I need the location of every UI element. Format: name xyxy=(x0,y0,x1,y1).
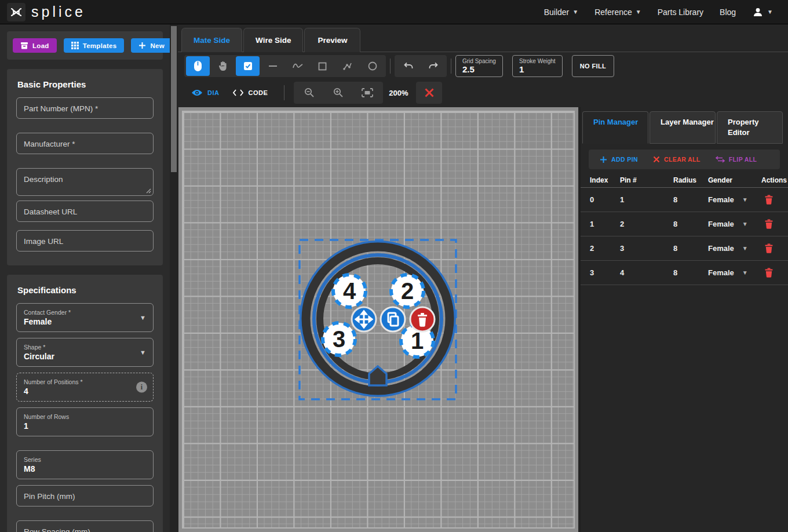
code-toggle-button[interactable]: CODE xyxy=(226,83,275,103)
clear-all-button[interactable]: CLEAR ALL xyxy=(647,150,707,169)
delete-selection-button[interactable] xyxy=(410,307,435,331)
divider xyxy=(284,85,284,100)
pin-3[interactable]: 3 xyxy=(323,323,355,355)
no-fill-button[interactable]: NO FILL xyxy=(572,55,615,77)
draw-toolbar: Grid Spacing 2.5 Stroke Weight 1 NO FILL xyxy=(178,53,788,79)
grid-spacing-input[interactable]: Grid Spacing 2.5 xyxy=(455,55,503,77)
dia-toggle-button[interactable]: DIA xyxy=(184,83,226,103)
polyline-tool-button[interactable] xyxy=(335,56,359,76)
info-icon[interactable]: i xyxy=(136,382,147,393)
code-icon xyxy=(233,89,243,96)
new-button[interactable]: New xyxy=(131,38,170,53)
ellipse-tool-button[interactable] xyxy=(360,56,384,76)
rectangle-tool-button[interactable] xyxy=(311,56,334,76)
tab-layer-manager[interactable]: Layer Manager xyxy=(650,111,716,144)
delete-pin-button[interactable] xyxy=(765,219,788,229)
chevron-down-icon: ▼ xyxy=(140,314,146,321)
num-rows-field[interactable]: Number of Rows 1 xyxy=(16,407,154,436)
pin-gender-select[interactable]: Female ▼ xyxy=(708,268,758,277)
series-field[interactable]: Series M8 xyxy=(16,450,154,479)
panel-tabbar: Pin Manager Layer Manager Property Edito… xyxy=(581,107,788,144)
sidebar-scrollbar[interactable] xyxy=(170,24,178,532)
zoom-fit-button[interactable] xyxy=(353,83,381,103)
pin-index-cell: 0 xyxy=(590,195,620,204)
move-selection-button[interactable] xyxy=(352,307,376,331)
resize-handle-icon[interactable] xyxy=(146,188,151,194)
flip-all-button[interactable]: FLIP ALL xyxy=(709,150,764,169)
tab-wire-side[interactable]: Wire Side xyxy=(243,28,303,52)
nav-reference[interactable]: Reference▼ xyxy=(594,8,641,17)
view-tabbar: Mate Side Wire Side Preview xyxy=(178,24,788,52)
specifications-card: Specifications Contact Gender * Female ▼… xyxy=(7,275,163,532)
multi-select-tool-button[interactable] xyxy=(236,56,260,76)
pin-table-row[interactable]: 2 3 8 Female ▼ xyxy=(581,236,788,261)
pin-table-row[interactable]: 0 1 8 Female ▼ xyxy=(581,188,788,212)
row-spacing-field[interactable]: Row Spacing (mm) xyxy=(16,520,154,532)
tab-property-editor[interactable]: Property Editor xyxy=(717,111,783,144)
delete-pin-button[interactable] xyxy=(765,268,788,278)
nav-blog[interactable]: Blog xyxy=(720,8,736,17)
brand[interactable]: splice xyxy=(0,3,86,21)
properties-sidebar: Load Templates New Basic Properties Part… xyxy=(0,24,170,532)
pin-4[interactable]: 4 xyxy=(333,275,366,307)
pin-index-cell: 3 xyxy=(590,268,620,277)
image-url-field[interactable]: Image URL xyxy=(16,230,154,252)
plus-icon xyxy=(138,42,146,49)
datasheet-url-field[interactable]: Datasheet URL xyxy=(16,201,154,222)
zoom-level-value: 200% xyxy=(389,89,408,97)
zoom-group xyxy=(294,82,383,104)
zoom-in-button[interactable] xyxy=(324,83,352,103)
zoom-out-button[interactable] xyxy=(296,83,323,103)
pin-pitch-field[interactable]: Pin Pitch (mm) xyxy=(16,485,154,507)
nav-parts-library[interactable]: Parts Library xyxy=(658,8,703,17)
pin-table-row[interactable]: 3 4 8 Female ▼ xyxy=(581,261,788,285)
pin-number-cell: 2 xyxy=(620,220,673,228)
view-toolbar: DIA CODE xyxy=(178,80,788,105)
select-tool-button[interactable] xyxy=(186,56,210,76)
part-number-field[interactable]: Part Number (MPN) * xyxy=(16,97,154,119)
nav-builder[interactable]: Builder▼ xyxy=(544,8,579,17)
divider xyxy=(390,59,391,74)
line-tool-button[interactable] xyxy=(261,56,284,76)
pin-index-cell: 1 xyxy=(590,220,620,228)
pin-radius-cell: 8 xyxy=(673,220,708,228)
mouse-icon xyxy=(194,60,202,72)
manufacturer-field[interactable]: Manufacturer * xyxy=(16,133,154,154)
freehand-tool-button[interactable] xyxy=(286,56,309,76)
user-icon xyxy=(752,6,764,18)
pin-2[interactable]: 2 xyxy=(391,275,424,307)
delete-pin-button[interactable] xyxy=(765,243,788,253)
delete-pin-button[interactable] xyxy=(765,195,788,205)
svg-text:3: 3 xyxy=(333,326,345,352)
deselect-button[interactable] xyxy=(416,82,442,104)
chevron-down-icon: ▼ xyxy=(636,9,641,15)
redo-button[interactable] xyxy=(421,56,445,76)
pan-tool-button[interactable] xyxy=(211,56,235,76)
account-menu[interactable]: ▼ xyxy=(752,6,773,18)
contact-gender-select[interactable]: Contact Gender * Female ▼ xyxy=(16,303,154,332)
tab-mate-side[interactable]: Mate Side xyxy=(181,28,242,52)
templates-button[interactable]: Templates xyxy=(64,38,125,53)
duplicate-selection-button[interactable] xyxy=(381,307,405,331)
shape-select[interactable]: Shape * Circular ▼ xyxy=(16,338,154,367)
pin-gender-select[interactable]: Female ▼ xyxy=(708,220,758,228)
num-positions-field[interactable]: Number of Positions * 4 i xyxy=(16,373,154,402)
sidebar-scrollbar-thumb[interactable] xyxy=(171,26,177,172)
design-canvas[interactable]: 4 2 3 1 xyxy=(178,107,578,532)
add-pin-button[interactable]: ADD PIN xyxy=(593,150,644,169)
tab-preview[interactable]: Preview xyxy=(304,28,360,52)
basic-properties-card: Basic Properties Part Number (MPN) * Man… xyxy=(7,69,163,265)
pin-table-row[interactable]: 1 2 8 Female ▼ xyxy=(581,212,788,236)
eye-icon xyxy=(191,89,203,97)
sidebar-action-bar: Load Templates New xyxy=(7,31,163,60)
squiggle-icon xyxy=(292,62,304,70)
pin-number-cell: 1 xyxy=(620,195,673,204)
undo-button[interactable] xyxy=(396,56,420,76)
chevron-down-icon: ▼ xyxy=(742,196,748,203)
load-button[interactable]: Load xyxy=(13,38,57,53)
tab-pin-manager[interactable]: Pin Manager xyxy=(582,111,648,144)
pin-gender-select[interactable]: Female ▼ xyxy=(708,195,758,204)
pin-gender-select[interactable]: Female ▼ xyxy=(708,244,758,253)
stroke-weight-input[interactable]: Stroke Weight 1 xyxy=(512,55,563,77)
description-field[interactable]: Description xyxy=(16,168,154,196)
